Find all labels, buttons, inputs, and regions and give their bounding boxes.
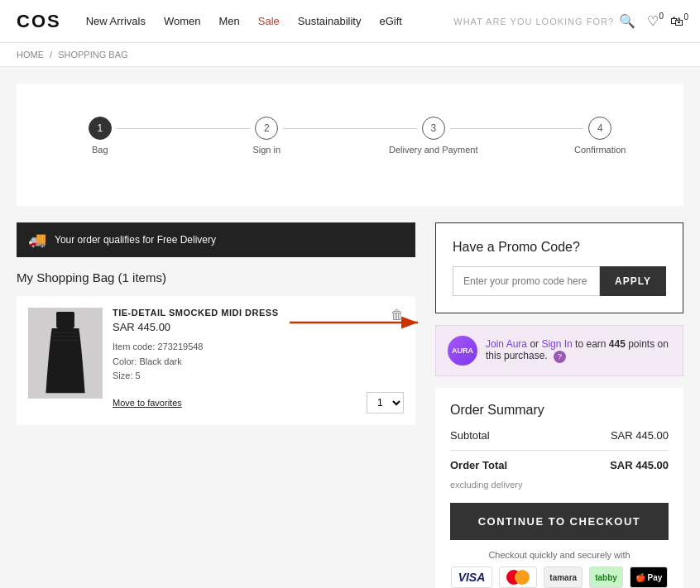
mc-circle-yellow xyxy=(515,570,530,585)
cart-count: 0 xyxy=(683,12,688,22)
breadcrumb-home[interactable]: HOME xyxy=(17,50,44,60)
search-label: WHAT ARE YOU LOOKING FOR? xyxy=(453,17,614,26)
product-name: TIE-DETAIL SMOCKED MIDI DRESS xyxy=(113,308,404,318)
order-total-value: SAR 445.00 xyxy=(610,459,669,471)
svg-rect-1 xyxy=(56,312,60,319)
free-delivery-text: Your order qualifies for Free Delivery xyxy=(55,234,216,246)
step-1-circle: 1 xyxy=(89,117,112,140)
subtotal-value: SAR 445.00 xyxy=(611,429,669,442)
summary-divider xyxy=(450,450,669,451)
step-4-label: Confirmation xyxy=(574,145,626,155)
continue-checkout-button[interactable]: CONTINUE TO CHECKOUT xyxy=(450,503,669,540)
main-content: 1 Bag 2 Sign in 3 Delivery and Payment 4… xyxy=(0,67,700,588)
bag-title: My Shopping Bag (1 items) xyxy=(17,270,415,284)
quantity-select[interactable]: 1 2 3 xyxy=(367,392,404,414)
main-nav: New Arrivals Women Men Sale Sustainabili… xyxy=(86,15,402,27)
step-3-circle: 3 xyxy=(422,117,445,140)
delete-button[interactable]: 🗑 xyxy=(391,308,404,323)
nav-women[interactable]: Women xyxy=(164,15,201,27)
product-color: Color: Black dark xyxy=(113,355,404,370)
apple-pay-icon: 🍎 Pay xyxy=(630,566,669,588)
nav-men[interactable]: Men xyxy=(219,15,240,27)
nav-new-arrivals[interactable]: New Arrivals xyxy=(86,15,146,27)
aura-banner: AURA Join Aura or Sign In to earn 445 po… xyxy=(435,325,683,376)
visa-payment-icon: VISA xyxy=(451,566,493,588)
wishlist-button[interactable]: ♡0 xyxy=(647,13,659,29)
product-image-svg xyxy=(41,312,90,394)
promo-input-row: APPLY xyxy=(453,266,666,296)
nav-egift[interactable]: eGift xyxy=(379,15,401,27)
step-bag: 1 Bag xyxy=(17,117,184,155)
promo-code-input[interactable] xyxy=(453,266,600,296)
content-area: 🚚 Your order qualifies for Free Delivery… xyxy=(17,222,683,588)
step-4-circle: 4 xyxy=(588,117,611,140)
nav-sustainability[interactable]: Sustainability xyxy=(298,15,362,27)
aura-logo: AURA xyxy=(448,336,477,366)
tamara-logo: tamara xyxy=(549,573,577,582)
tabby-payment-icon: tabby xyxy=(589,566,623,588)
step-2-label: Sign in xyxy=(252,145,280,155)
apple-pay-logo: 🍎 Pay xyxy=(635,573,663,582)
svg-rect-2 xyxy=(71,312,74,319)
step-signin: 2 Sign in xyxy=(184,117,351,155)
logo[interactable]: COS xyxy=(17,11,61,32)
product-item-code: Item code: 273219548 xyxy=(113,340,404,355)
product-actions: Move to favorites 1 2 3 xyxy=(113,392,404,414)
right-column: Have a Promo Code? APPLY AURA Join Aura … xyxy=(435,222,683,588)
product-card: 🗑 xyxy=(17,296,415,425)
header-right: WHAT ARE YOU LOOKING FOR? 🔍 ♡0 🛍0 xyxy=(453,13,683,29)
subtotal-label: Subtotal xyxy=(450,429,490,442)
apply-promo-button[interactable]: APPLY xyxy=(600,266,666,296)
move-to-favorites-button[interactable]: Move to favorites xyxy=(113,398,182,408)
order-total-label: Order Total xyxy=(450,459,507,471)
step-3-label: Delivery and Payment xyxy=(389,145,478,155)
secure-checkout-text: Checkout quickly and securely with xyxy=(450,550,669,560)
wishlist-count: 0 xyxy=(659,12,664,21)
step-2-circle: 2 xyxy=(255,117,278,140)
payment-icons: VISA tamara tabby xyxy=(450,566,669,588)
order-total-row: Order Total SAR 445.00 xyxy=(450,459,669,471)
step-delivery: 3 Delivery and Payment xyxy=(350,117,517,155)
order-summary: Order Summary Subtotal SAR 445.00 Order … xyxy=(435,388,683,588)
breadcrumb: HOME / SHOPPING BAG xyxy=(0,43,700,67)
mastercard-logo xyxy=(506,570,530,585)
promo-code-box: Have a Promo Code? APPLY xyxy=(435,222,683,313)
mastercard-payment-icon xyxy=(499,566,537,588)
cart-button[interactable]: 🛍0 xyxy=(670,14,683,29)
search-area: WHAT ARE YOU LOOKING FOR? 🔍 xyxy=(453,13,635,29)
aura-or: or xyxy=(530,338,541,350)
checkout-steps: 1 Bag 2 Sign in 3 Delivery and Payment 4… xyxy=(17,100,683,168)
header: COS New Arrivals Women Men Sale Sustaina… xyxy=(0,0,700,43)
order-summary-title: Order Summary xyxy=(450,403,669,418)
tamara-payment-icon: tamara xyxy=(544,566,583,588)
step-1-label: Bag xyxy=(92,145,108,155)
help-icon[interactable]: ? xyxy=(554,351,566,363)
sign-in-link[interactable]: Sign In xyxy=(541,338,572,350)
nav-sale[interactable]: Sale xyxy=(258,15,280,27)
product-price: SAR 445.00 xyxy=(113,321,404,333)
product-image xyxy=(28,308,103,399)
breadcrumb-current: SHOPPING BAG xyxy=(58,50,127,60)
search-button[interactable]: 🔍 xyxy=(619,13,635,29)
join-aura-link[interactable]: Join Aura xyxy=(486,338,527,350)
left-column: 🚚 Your order qualifies for Free Delivery… xyxy=(17,222,415,588)
tabby-logo: tabby xyxy=(595,573,617,582)
breadcrumb-separator: / xyxy=(50,50,52,60)
subtotal-row: Subtotal SAR 445.00 xyxy=(450,429,669,442)
product-info: TIE-DETAIL SMOCKED MIDI DRESS SAR 445.00… xyxy=(113,308,404,414)
step-confirmation: 4 Confirmation xyxy=(517,117,684,155)
excluding-delivery: excluding delivery xyxy=(450,480,669,490)
promo-title: Have a Promo Code? xyxy=(453,240,666,255)
free-delivery-banner: 🚚 Your order qualifies for Free Delivery xyxy=(17,222,415,257)
aura-text: Join Aura or Sign In to earn 445 points … xyxy=(486,338,671,363)
visa-logo: VISA xyxy=(458,571,486,584)
product-size: Size: 5 xyxy=(113,369,404,384)
free-delivery-icon: 🚚 xyxy=(28,231,46,249)
